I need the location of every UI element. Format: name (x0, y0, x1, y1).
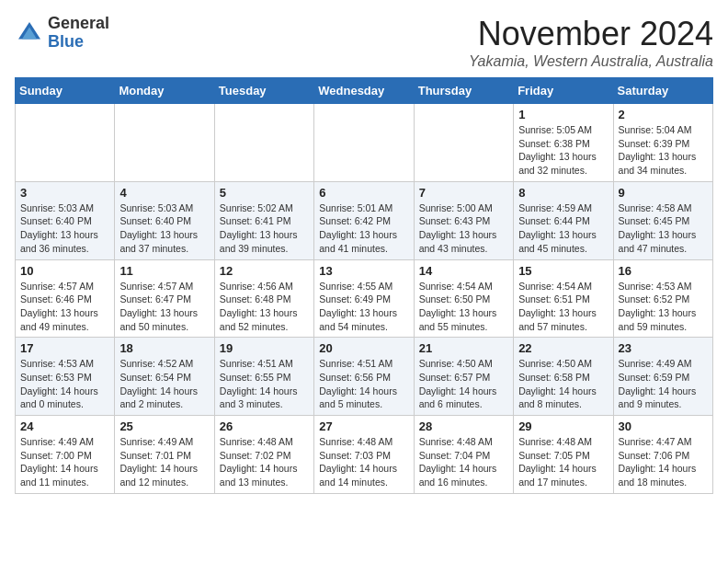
day-info: Sunrise: 5:03 AMSunset: 6:40 PMDaylight:… (20, 201, 109, 256)
calendar-cell: 11Sunrise: 4:57 AMSunset: 6:47 PMDayligh… (115, 259, 214, 338)
logo: General Blue (15, 15, 109, 52)
day-info: Sunrise: 5:02 AMSunset: 6:41 PMDaylight:… (220, 201, 309, 256)
day-info: Sunrise: 4:48 AMSunset: 7:05 PMDaylight:… (518, 435, 608, 489)
day-info: Sunrise: 4:56 AMSunset: 6:48 PMDaylight:… (220, 280, 309, 334)
day-number: 16 (619, 264, 708, 278)
calendar-week-2: 3Sunrise: 5:03 AMSunset: 6:40 PMDaylight… (16, 181, 713, 259)
calendar-cell: 15Sunrise: 4:54 AMSunset: 6:51 PMDayligh… (514, 259, 613, 338)
day-info: Sunrise: 4:49 AMSunset: 7:00 PMDaylight:… (20, 435, 109, 489)
calendar-week-5: 24Sunrise: 4:49 AMSunset: 7:00 PMDayligh… (16, 416, 713, 494)
day-info: Sunrise: 4:49 AMSunset: 7:01 PMDaylight:… (119, 435, 209, 489)
calendar-cell (115, 104, 214, 182)
day-info: Sunrise: 4:48 AMSunset: 7:03 PMDaylight:… (319, 435, 408, 489)
calendar-cell: 28Sunrise: 4:48 AMSunset: 7:04 PMDayligh… (414, 416, 513, 494)
calendar-cell: 16Sunrise: 4:53 AMSunset: 6:52 PMDayligh… (613, 259, 712, 338)
calendar-cell: 12Sunrise: 4:56 AMSunset: 6:48 PMDayligh… (214, 259, 313, 338)
calendar-cell: 10Sunrise: 4:57 AMSunset: 6:46 PMDayligh… (16, 259, 115, 338)
calendar-table: SundayMondayTuesdayWednesdayThursdayFrid… (15, 77, 713, 494)
calendar-cell (214, 104, 313, 182)
col-header-monday: Monday (115, 78, 214, 104)
logo-general-text: General (48, 15, 109, 33)
day-info: Sunrise: 4:49 AMSunset: 6:59 PMDaylight:… (619, 357, 708, 411)
day-info: Sunrise: 4:50 AMSunset: 6:58 PMDaylight:… (518, 357, 608, 411)
day-number: 11 (119, 264, 209, 278)
col-header-thursday: Thursday (414, 78, 513, 104)
day-info: Sunrise: 4:54 AMSunset: 6:51 PMDaylight:… (518, 280, 608, 334)
calendar-cell: 25Sunrise: 4:49 AMSunset: 7:01 PMDayligh… (115, 416, 214, 494)
calendar-cell: 3Sunrise: 5:03 AMSunset: 6:40 PMDaylight… (16, 181, 115, 259)
calendar-cell: 9Sunrise: 4:58 AMSunset: 6:45 PMDaylight… (613, 181, 712, 259)
day-info: Sunrise: 4:58 AMSunset: 6:45 PMDaylight:… (619, 201, 708, 256)
calendar-cell: 13Sunrise: 4:55 AMSunset: 6:49 PMDayligh… (314, 259, 414, 338)
calendar-cell: 23Sunrise: 4:49 AMSunset: 6:59 PMDayligh… (613, 338, 712, 416)
day-number: 23 (619, 341, 708, 355)
day-number: 24 (20, 419, 109, 433)
day-number: 30 (619, 419, 708, 433)
day-info: Sunrise: 4:48 AMSunset: 7:04 PMDaylight:… (419, 435, 508, 489)
day-info: Sunrise: 4:47 AMSunset: 7:06 PMDaylight:… (619, 435, 708, 489)
calendar-cell (314, 104, 414, 182)
calendar-cell: 30Sunrise: 4:47 AMSunset: 7:06 PMDayligh… (613, 416, 712, 494)
calendar-cell: 2Sunrise: 5:04 AMSunset: 6:39 PMDaylight… (613, 104, 712, 182)
calendar-cell: 24Sunrise: 4:49 AMSunset: 7:00 PMDayligh… (16, 416, 115, 494)
day-info: Sunrise: 4:54 AMSunset: 6:50 PMDaylight:… (419, 280, 508, 334)
day-info: Sunrise: 4:57 AMSunset: 6:46 PMDaylight:… (20, 280, 109, 334)
calendar-cell: 26Sunrise: 4:48 AMSunset: 7:02 PMDayligh… (214, 416, 313, 494)
day-number: 20 (319, 341, 408, 355)
calendar-cell: 18Sunrise: 4:52 AMSunset: 6:54 PMDayligh… (115, 338, 214, 416)
logo-icon (15, 18, 44, 48)
day-info: Sunrise: 5:00 AMSunset: 6:43 PMDaylight:… (419, 201, 508, 256)
col-header-tuesday: Tuesday (214, 78, 313, 104)
calendar-cell: 6Sunrise: 5:01 AMSunset: 6:42 PMDaylight… (314, 181, 414, 259)
calendar-cell (16, 104, 115, 182)
calendar-cell: 14Sunrise: 4:54 AMSunset: 6:50 PMDayligh… (414, 259, 513, 338)
col-header-saturday: Saturday (613, 78, 712, 104)
day-info: Sunrise: 4:51 AMSunset: 6:56 PMDaylight:… (319, 357, 408, 411)
day-info: Sunrise: 4:50 AMSunset: 6:57 PMDaylight:… (419, 357, 508, 411)
calendar-cell: 8Sunrise: 4:59 AMSunset: 6:44 PMDaylight… (514, 181, 613, 259)
day-number: 17 (20, 341, 109, 355)
calendar-week-1: 1Sunrise: 5:05 AMSunset: 6:38 PMDaylight… (16, 104, 713, 182)
calendar-cell: 5Sunrise: 5:02 AMSunset: 6:41 PMDaylight… (214, 181, 313, 259)
calendar-cell: 19Sunrise: 4:51 AMSunset: 6:55 PMDayligh… (214, 338, 313, 416)
day-number: 10 (20, 264, 109, 278)
day-number: 12 (220, 264, 309, 278)
day-info: Sunrise: 5:04 AMSunset: 6:39 PMDaylight:… (619, 123, 708, 178)
day-number: 29 (518, 419, 608, 433)
day-info: Sunrise: 5:01 AMSunset: 6:42 PMDaylight:… (319, 201, 408, 256)
calendar-cell: 22Sunrise: 4:50 AMSunset: 6:58 PMDayligh… (514, 338, 613, 416)
logo-blue-text: Blue (48, 33, 109, 52)
day-number: 3 (20, 186, 109, 200)
day-info: Sunrise: 5:05 AMSunset: 6:38 PMDaylight:… (518, 123, 608, 178)
day-number: 2 (619, 108, 708, 121)
day-number: 7 (419, 186, 508, 200)
calendar-header-row: SundayMondayTuesdayWednesdayThursdayFrid… (16, 78, 713, 104)
day-info: Sunrise: 4:51 AMSunset: 6:55 PMDaylight:… (220, 357, 309, 411)
calendar-cell: 17Sunrise: 4:53 AMSunset: 6:53 PMDayligh… (16, 338, 115, 416)
calendar-cell: 21Sunrise: 4:50 AMSunset: 6:57 PMDayligh… (414, 338, 513, 416)
day-number: 13 (319, 264, 408, 278)
day-number: 26 (220, 419, 309, 433)
calendar-cell (414, 104, 513, 182)
day-number: 4 (119, 186, 209, 200)
col-header-wednesday: Wednesday (314, 78, 414, 104)
day-info: Sunrise: 4:53 AMSunset: 6:52 PMDaylight:… (619, 280, 708, 334)
day-number: 21 (419, 341, 508, 355)
day-number: 9 (619, 186, 708, 200)
day-number: 25 (119, 419, 209, 433)
day-info: Sunrise: 5:03 AMSunset: 6:40 PMDaylight:… (119, 201, 209, 256)
day-info: Sunrise: 4:57 AMSunset: 6:47 PMDaylight:… (119, 280, 209, 334)
location-text: Yakamia, Western Australia, Australia (469, 53, 713, 70)
month-title: November 2024 (469, 15, 713, 53)
day-info: Sunrise: 4:52 AMSunset: 6:54 PMDaylight:… (119, 357, 209, 411)
day-number: 6 (319, 186, 408, 200)
calendar-cell: 7Sunrise: 5:00 AMSunset: 6:43 PMDaylight… (414, 181, 513, 259)
page-header: General Blue November 2024 Yakamia, West… (15, 15, 713, 70)
day-number: 5 (220, 186, 309, 200)
day-number: 28 (419, 419, 508, 433)
day-info: Sunrise: 4:53 AMSunset: 6:53 PMDaylight:… (20, 357, 109, 411)
calendar-cell: 4Sunrise: 5:03 AMSunset: 6:40 PMDaylight… (115, 181, 214, 259)
calendar-cell: 29Sunrise: 4:48 AMSunset: 7:05 PMDayligh… (514, 416, 613, 494)
day-number: 14 (419, 264, 508, 278)
day-number: 15 (518, 264, 608, 278)
